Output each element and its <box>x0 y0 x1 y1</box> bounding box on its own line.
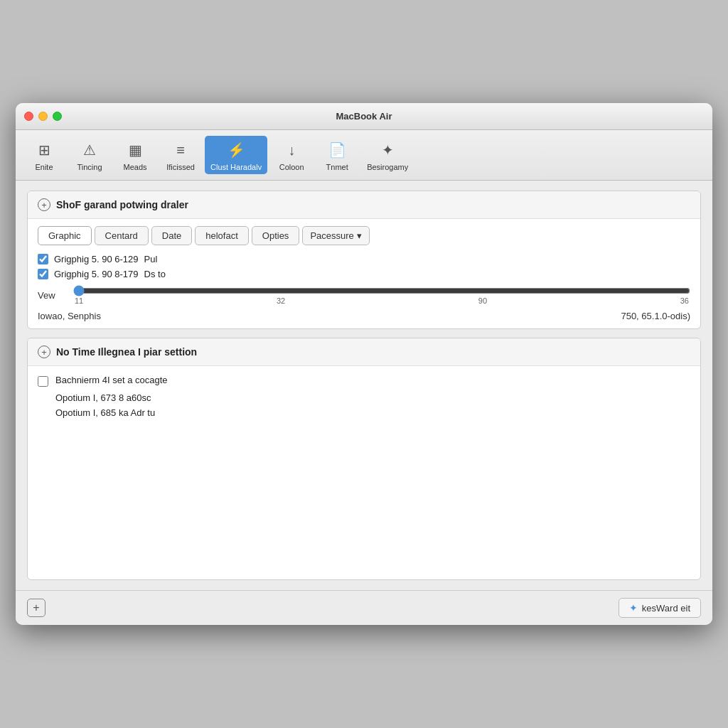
toolbar-item-ificissed[interactable]: ≡ Ificissed <box>159 136 202 174</box>
section1-header: + ShoF garand potwing draler <box>28 191 700 219</box>
besirogamy-icon: ✦ <box>376 139 399 161</box>
toolbar-item-meads[interactable]: ▦ Meads <box>114 136 156 174</box>
clust-haradalv-label: Clust Haradalv <box>210 163 262 171</box>
section1-expand-button[interactable]: + <box>38 198 50 211</box>
tick-3: 90 <box>478 296 487 305</box>
toolbar-item-tincing[interactable]: ⚠ Tincing <box>68 136 111 174</box>
checkbox-row1[interactable] <box>38 254 48 264</box>
clust-haradalv-icon: ⚡ <box>225 139 247 161</box>
info-left: Iowao, Senphis <box>38 311 101 321</box>
traffic-lights <box>24 112 62 121</box>
ificissed-label: Ificissed <box>166 163 195 171</box>
tab-graphic[interactable]: Graphic <box>38 226 92 245</box>
check-row2-value: Ds to <box>144 269 166 279</box>
tincing-icon: ⚠ <box>78 139 101 161</box>
chevron-down-icon: ▾ <box>357 230 362 241</box>
main-content: + ShoF garand potwing draler Graphic Cen… <box>16 181 712 590</box>
toolbar: ⊞ Enite ⚠ Tincing ▦ Meads ≡ Ificissed ⚡ … <box>16 130 712 181</box>
list-sub-item-1: Opotium I, 673 8 a60sc <box>38 392 690 403</box>
kesward-icon: ✦ <box>629 602 638 614</box>
slider-row: Vew 11 32 90 36 <box>38 285 690 305</box>
tincing-label: Tincing <box>77 163 102 171</box>
tick-1: 11 <box>75 296 83 305</box>
toolbar-item-enite[interactable]: ⊞ Enite <box>23 136 65 174</box>
check-row1-label: Grigphig 5. 90 6-129 <box>54 254 139 264</box>
slider-input[interactable] <box>73 285 690 296</box>
section2-body: Bachnierm 4I set a cocagte Opotium I, 67… <box>28 366 700 579</box>
slider-label: Vew <box>38 290 66 301</box>
section2-header: + No Time Illegnea I piar settion <box>28 338 700 366</box>
check-row-2: Grigphig 5. 90 8-179 Ds to <box>38 269 690 279</box>
section1-tabs: Graphic Centard Date helofact Opties <box>38 226 690 245</box>
tab-pacessure-dropdown[interactable]: Pacessure ▾ <box>302 226 369 245</box>
coloon-label: Coloon <box>279 163 304 171</box>
check-row1-value: Pul <box>144 254 158 264</box>
main-window: MacBook Air ⊞ Enite ⚠ Tincing ▦ Meads ≡ … <box>16 103 712 625</box>
section2: + No Time Illegnea I piar settion Bachni… <box>27 338 701 580</box>
list-item-label: Bachnierm 4I set a cocagte <box>55 375 168 385</box>
enite-icon: ⊞ <box>33 139 55 161</box>
kesward-button[interactable]: ✦ kesWard eit <box>619 598 701 618</box>
maximize-button[interactable] <box>53 112 62 121</box>
info-right: 750, 65.1.0-odis) <box>621 311 690 321</box>
ificissed-icon: ≡ <box>169 139 192 161</box>
meads-icon: ▦ <box>124 139 146 161</box>
meads-label: Meads <box>123 163 146 171</box>
section2-expand-button[interactable]: + <box>38 346 50 358</box>
kesward-label: kesWard eit <box>642 603 690 614</box>
tick-4: 36 <box>680 296 689 305</box>
toolbar-item-coloon[interactable]: ↓ Coloon <box>270 136 313 174</box>
add-button[interactable]: + <box>27 599 46 617</box>
tab-helofact[interactable]: helofact <box>195 226 249 245</box>
section1-title: ShoF garand potwing draler <box>56 199 188 210</box>
besirogamy-label: Besirogamy <box>367 163 408 171</box>
toolbar-item-besirogamy[interactable]: ✦ Besirogamy <box>361 136 414 174</box>
enite-label: Enite <box>35 163 53 171</box>
list-sub-item-2: Opotium I, 685 ka Adr tu <box>38 407 690 418</box>
toolbar-item-tnmet[interactable]: 📄 Tnmet <box>316 136 358 174</box>
slider-container: 11 32 90 36 <box>73 285 690 305</box>
checkbox-row2[interactable] <box>38 269 48 279</box>
minimize-button[interactable] <box>38 112 48 121</box>
check-row2-label: Grigphig 5. 90 8-179 <box>54 269 139 279</box>
tab-opties[interactable]: Opties <box>252 226 300 245</box>
check-row-1: Grigphig 5. 90 6-129 Pul <box>38 254 690 264</box>
tick-2: 32 <box>277 296 285 305</box>
window-title: MacBook Air <box>336 111 392 122</box>
tnmet-label: Tnmet <box>326 163 348 171</box>
tab-centard[interactable]: Centard <box>95 226 149 245</box>
section1-body: Graphic Centard Date helofact Opties <box>28 219 700 328</box>
list-item-checkbox[interactable] <box>38 376 48 387</box>
section1: + ShoF garand potwing draler Graphic Cen… <box>27 191 701 329</box>
bottom-bar: + ✦ kesWard eit <box>16 590 712 625</box>
coloon-icon: ↓ <box>280 139 303 161</box>
titlebar: MacBook Air <box>16 103 712 130</box>
section2-title: No Time Illegnea I piar settion <box>56 346 197 358</box>
tnmet-icon: 📄 <box>326 139 348 161</box>
toolbar-item-clust-haradalv[interactable]: ⚡ Clust Haradalv <box>205 136 267 174</box>
list-item-row: Bachnierm 4I set a cocagte <box>38 375 690 387</box>
info-row: Iowao, Senphis 750, 65.1.0-odis) <box>38 311 690 321</box>
tab-date[interactable]: Date <box>151 226 192 245</box>
close-button[interactable] <box>24 112 33 121</box>
slider-ticks: 11 32 90 36 <box>73 296 690 305</box>
